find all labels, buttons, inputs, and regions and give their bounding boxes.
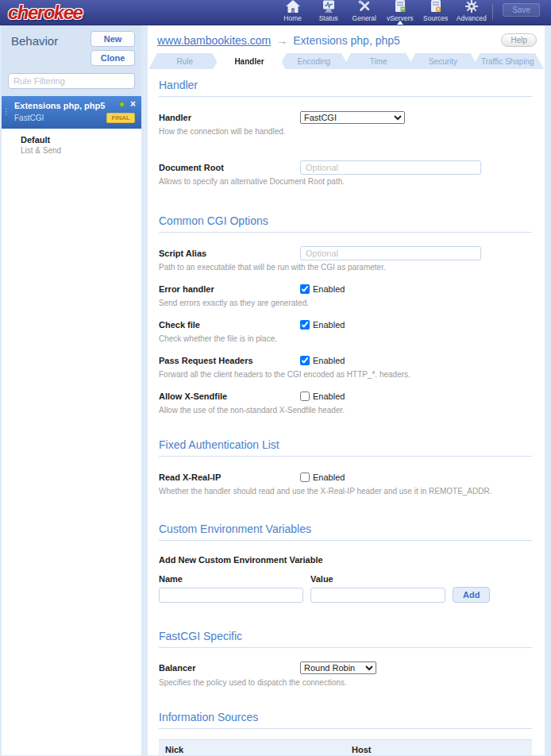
save-button[interactable]: Save bbox=[503, 3, 540, 17]
checkbox-label: Enabled bbox=[313, 284, 345, 294]
check-file-checkbox[interactable] bbox=[300, 320, 310, 330]
allow-x-sendfile-checkbox[interactable] bbox=[300, 392, 310, 401]
add-env-variable-button[interactable]: Add bbox=[453, 587, 490, 603]
env-variable-form: Name Value Add bbox=[159, 574, 532, 603]
env-name-label: Name bbox=[159, 574, 303, 584]
balancer-select[interactable]: Round Robin bbox=[300, 662, 376, 674]
field-description: Whether the handler should read and use … bbox=[159, 487, 532, 496]
information-sources-table: Nick Host PHP-FastCGI 127.0.0.1:9000 bbox=[159, 739, 532, 756]
status-icon bbox=[310, 0, 346, 14]
sidebar-header-area: Behavior New Clone bbox=[2, 25, 141, 96]
rule-item-extensions-php[interactable]: ⋮ Extensions php, php5 FastCGI FINAL × bbox=[2, 96, 141, 129]
script-alias-input[interactable] bbox=[300, 246, 481, 260]
add-new-env-label: Add New Custom Environment Variable bbox=[159, 555, 532, 565]
tab-traffic-shaping[interactable]: Traffic Shaping bbox=[472, 53, 544, 69]
tab-security[interactable]: Security bbox=[407, 53, 479, 69]
column-header-nick: Nick bbox=[159, 739, 345, 755]
tab-handler[interactable]: Handler bbox=[213, 53, 285, 69]
nav-status[interactable]: Status bbox=[310, 0, 346, 24]
field-description: How the connection will be handled. bbox=[159, 127, 532, 136]
section-title-handler: Handler bbox=[159, 79, 532, 97]
nav-general[interactable]: General bbox=[346, 0, 382, 24]
tab-rule[interactable]: Rule bbox=[148, 53, 221, 69]
handler-select[interactable]: FastCGI bbox=[300, 111, 405, 124]
field-label: Pass Request Headers bbox=[159, 356, 300, 365]
nav-divider bbox=[492, 4, 493, 20]
rule-handler-type: List & Send bbox=[21, 146, 135, 155]
checkbox-label: Enabled bbox=[313, 320, 345, 330]
pass-request-headers-checkbox[interactable] bbox=[300, 356, 310, 365]
field-label: Read X-Real-IP bbox=[159, 472, 300, 482]
final-badge: FINAL bbox=[106, 113, 135, 123]
cherokee-logo: cherokee bbox=[8, 2, 82, 24]
field-description: Check whether the file is in place. bbox=[159, 334, 532, 343]
field-read-x-real-ip: Read X-Real-IP Enabled Whether the handl… bbox=[159, 469, 532, 496]
field-label: Check file bbox=[159, 320, 300, 330]
field-description: Path to an executable that will be run w… bbox=[159, 263, 532, 272]
read-x-real-ip-checkbox[interactable] bbox=[300, 472, 310, 482]
field-description: Allow the use of the non-standard X-Send… bbox=[159, 406, 532, 415]
field-description: Send errors exactly as they are generate… bbox=[159, 299, 532, 307]
tab-content: Handler Handler FastCGI How the connecti… bbox=[148, 69, 545, 755]
field-label: Handler bbox=[159, 113, 300, 122]
sidebar-title: Behavior bbox=[11, 34, 58, 66]
new-rule-button[interactable]: New bbox=[91, 31, 135, 47]
breadcrumb-arrow-icon: → bbox=[276, 34, 287, 47]
env-value-label: Value bbox=[310, 574, 445, 584]
env-value-input[interactable] bbox=[310, 588, 445, 603]
field-pass-request-headers: Pass Request Headers Enabled Forward all… bbox=[159, 353, 532, 379]
section-title-fastcgi: FastCGI Specific bbox=[159, 630, 532, 648]
sources-icon bbox=[418, 0, 453, 14]
field-balancer: Balancer Round Robin Specifies the polic… bbox=[159, 661, 532, 687]
field-handler: Handler FastCGI How the connection will … bbox=[159, 110, 532, 136]
field-description: Specifies the policy used to dispatch th… bbox=[159, 678, 532, 687]
general-icon bbox=[346, 0, 382, 14]
rule-enabled-dot-icon[interactable] bbox=[119, 102, 125, 107]
field-error-handler: Error handler Enabled Send errors exactl… bbox=[159, 281, 532, 307]
nav-label: Sources bbox=[423, 14, 448, 22]
delete-rule-icon[interactable]: × bbox=[130, 101, 136, 107]
tab-encoding[interactable]: Encoding bbox=[278, 53, 350, 69]
page-body: Behavior New Clone ⋮ Extensions php, php… bbox=[0, 25, 551, 755]
nav-home[interactable]: Home bbox=[275, 0, 310, 24]
nav-label: vServers bbox=[387, 14, 414, 22]
rule-filter-input[interactable] bbox=[8, 73, 135, 89]
env-name-input[interactable] bbox=[159, 588, 303, 603]
nav-label: Advanced bbox=[457, 14, 487, 22]
top-navigation: Home Status General vServers Sources bbox=[275, 0, 493, 25]
help-button[interactable]: Help bbox=[501, 33, 537, 47]
nav-sources[interactable]: Sources bbox=[418, 0, 453, 24]
error-handler-checkbox[interactable] bbox=[300, 284, 310, 294]
field-script-alias: Script Alias Path to an executable that … bbox=[159, 245, 532, 272]
field-check-file: Check file Enabled Check whether the fil… bbox=[159, 317, 532, 343]
drag-handle-icon[interactable]: ⋮ bbox=[2, 101, 11, 123]
env-value-column: Value bbox=[310, 574, 445, 603]
section-title-common-cgi: Common CGI Options bbox=[159, 214, 532, 233]
checkbox-label: Enabled bbox=[313, 392, 345, 401]
breadcrumb-vserver-link[interactable]: www.bambookites.com bbox=[157, 34, 271, 47]
clone-rule-button[interactable]: Clone bbox=[91, 50, 135, 66]
nav-label: Home bbox=[283, 14, 302, 22]
rule-name: Extensions php, php5 bbox=[14, 101, 137, 110]
document-root-input[interactable] bbox=[300, 160, 481, 175]
nav-vservers[interactable]: vServers bbox=[382, 0, 418, 24]
rule-item-default[interactable]: Default List & Send bbox=[2, 129, 141, 161]
env-name-column: Name bbox=[159, 574, 303, 603]
checkbox-label: Enabled bbox=[313, 356, 345, 365]
nav-label: General bbox=[353, 14, 376, 22]
breadcrumb: www.bambookites.com → Extensions php, ph… bbox=[148, 25, 545, 47]
nav-label: Status bbox=[319, 14, 338, 22]
field-label: Script Alias bbox=[159, 249, 300, 258]
table-header-row: Nick Host bbox=[159, 739, 532, 755]
column-header-host: Host bbox=[345, 739, 532, 755]
field-document-root: Document Root Allows to specify an alter… bbox=[159, 160, 532, 186]
rule-name: Default bbox=[21, 135, 135, 145]
field-description: Allows to specify an alternative Documen… bbox=[159, 177, 532, 186]
advanced-gear-icon bbox=[453, 0, 489, 14]
field-label: Error handler bbox=[159, 284, 300, 294]
tab-time[interactable]: Time bbox=[342, 53, 414, 69]
nav-advanced[interactable]: Advanced bbox=[453, 0, 489, 24]
field-label: Balancer bbox=[159, 663, 300, 673]
section-title-custom-env: Custom Environment Variables bbox=[159, 523, 532, 541]
rule-tabs: Rule Handler Encoding Time Security Traf… bbox=[148, 53, 545, 69]
